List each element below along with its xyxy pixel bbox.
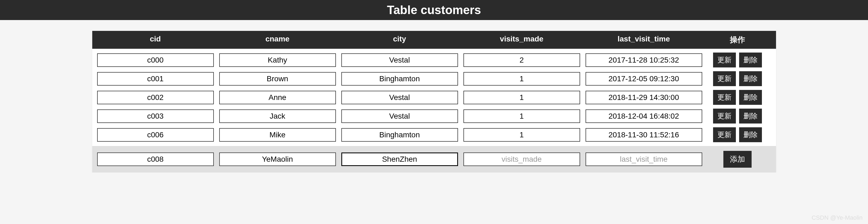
delete-button[interactable]: 删除 bbox=[739, 127, 762, 142]
table-row: 更新 删除 bbox=[92, 123, 776, 142]
cid-input[interactable] bbox=[97, 109, 214, 123]
last-visit-time-input[interactable] bbox=[586, 72, 702, 85]
update-button[interactable]: 更新 bbox=[713, 71, 736, 86]
add-row: 添加 bbox=[92, 146, 776, 173]
page-title: Table customers bbox=[0, 0, 868, 20]
update-button[interactable]: 更新 bbox=[713, 52, 736, 68]
update-button[interactable]: 更新 bbox=[713, 127, 736, 142]
add-button[interactable]: 添加 bbox=[723, 151, 752, 167]
add-city-input[interactable] bbox=[341, 152, 458, 166]
city-input[interactable] bbox=[341, 72, 458, 85]
last-visit-time-input[interactable] bbox=[586, 53, 702, 67]
table-container: cid cname city visits_made last_visit_ti… bbox=[92, 31, 776, 173]
table-header: cid cname city visits_made last_visit_ti… bbox=[92, 31, 776, 49]
col-header-last-visit-time: last_visit_time bbox=[586, 35, 702, 45]
city-input[interactable] bbox=[341, 128, 458, 142]
visits-made-input[interactable] bbox=[463, 128, 580, 142]
update-button[interactable]: 更新 bbox=[713, 109, 736, 123]
delete-button[interactable]: 删除 bbox=[739, 109, 762, 123]
city-input[interactable] bbox=[341, 91, 458, 104]
delete-button[interactable]: 删除 bbox=[739, 71, 762, 86]
visits-made-input[interactable] bbox=[463, 91, 580, 104]
cid-input[interactable] bbox=[97, 91, 214, 104]
last-visit-time-input[interactable] bbox=[586, 128, 702, 142]
table-body: 更新 删除 更新 删除 更新 删除 bbox=[92, 49, 776, 146]
table-row: 更新 删除 bbox=[92, 86, 776, 105]
cid-input[interactable] bbox=[97, 53, 214, 67]
col-header-cname: cname bbox=[219, 35, 336, 45]
add-last-visit-time-input[interactable] bbox=[586, 152, 702, 166]
last-visit-time-input[interactable] bbox=[586, 91, 702, 104]
visits-made-input[interactable] bbox=[463, 72, 580, 85]
add-cname-input[interactable] bbox=[219, 152, 336, 166]
col-header-actions: 操作 bbox=[708, 35, 767, 45]
add-cid-input[interactable] bbox=[97, 152, 214, 166]
visits-made-input[interactable] bbox=[463, 109, 580, 123]
cname-input[interactable] bbox=[219, 109, 336, 123]
cname-input[interactable] bbox=[219, 128, 336, 142]
last-visit-time-input[interactable] bbox=[586, 109, 702, 123]
cname-input[interactable] bbox=[219, 91, 336, 104]
visits-made-input[interactable] bbox=[463, 53, 580, 67]
col-header-cid: cid bbox=[97, 35, 214, 45]
table-row: 更新 删除 bbox=[92, 68, 776, 86]
delete-button[interactable]: 删除 bbox=[739, 90, 762, 105]
add-visits-made-input[interactable] bbox=[463, 152, 580, 166]
cname-input[interactable] bbox=[219, 53, 336, 67]
city-input[interactable] bbox=[341, 53, 458, 67]
city-input[interactable] bbox=[341, 109, 458, 123]
table-row: 更新 删除 bbox=[92, 49, 776, 68]
table-row: 更新 删除 bbox=[92, 105, 776, 123]
update-button[interactable]: 更新 bbox=[713, 90, 736, 105]
col-header-visits-made: visits_made bbox=[463, 35, 580, 45]
col-header-city: city bbox=[341, 35, 458, 45]
cid-input[interactable] bbox=[97, 128, 214, 142]
cid-input[interactable] bbox=[97, 72, 214, 85]
cname-input[interactable] bbox=[219, 72, 336, 85]
delete-button[interactable]: 删除 bbox=[739, 52, 762, 68]
